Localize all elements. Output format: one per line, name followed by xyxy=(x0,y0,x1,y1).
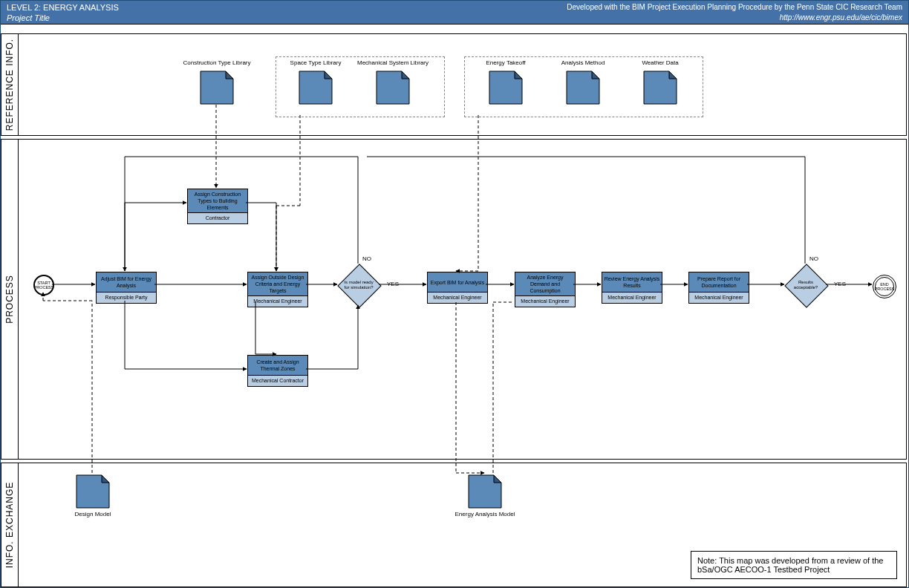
ref-doc-label-space: Space Type Library xyxy=(278,59,353,66)
task-thermal-zones: Create and Assign Thermal Zones Mechanic… xyxy=(247,355,308,387)
label-no-2: NO xyxy=(809,255,818,262)
url: http://www.engr.psu.edu/ae/cic/bimex xyxy=(567,13,902,23)
task-adjust-bim: Adjust BIM for Energy Analysis Responsib… xyxy=(96,272,157,304)
ref-doc-construction xyxy=(199,70,235,105)
note-box: Note: This map was developed from a revi… xyxy=(691,551,897,579)
ref-doc-label-takeoff: Energy Takeoff xyxy=(469,59,543,66)
header-bar: LEVEL 2: ENERGY ANALYSIS Project Title D… xyxy=(1,1,908,24)
lane-exchange-label: INFO. EXCHANGE xyxy=(1,463,19,587)
task-review: Review Energy Analysis Results Mechanica… xyxy=(602,272,662,304)
start-event: START PROCESS xyxy=(33,275,54,295)
ref-doc-method xyxy=(565,70,601,105)
lane-process: START PROCESS Adjust BIM for Energy Anal… xyxy=(18,139,907,460)
lane-reference-label: REFERENCE INFO. xyxy=(1,33,19,136)
ref-doc-mech xyxy=(375,70,411,105)
lane-process-label: PROCESS xyxy=(1,139,19,460)
lane-reference: Construction Type Library Space Type Lib… xyxy=(18,33,907,136)
exch-doc-label-eam: Energy Analysis Model xyxy=(448,511,522,517)
gateway-ready: Is model ready for simulation? xyxy=(338,264,379,306)
label-yes-1: YES xyxy=(387,281,399,287)
ref-doc-label-construction: Construction Type Library xyxy=(180,59,254,66)
gateway-acceptable: Results acceptable? xyxy=(785,264,827,306)
project-title: Project Title xyxy=(7,13,119,23)
end-event: END PROCESS xyxy=(873,275,896,298)
exch-doc-energy-model xyxy=(467,474,503,509)
exch-doc-design-model xyxy=(75,474,111,509)
label-no-1: NO xyxy=(362,255,371,262)
task-analyze: Analyze Energy Demand and Consumption Me… xyxy=(515,272,576,307)
ref-doc-takeoff xyxy=(488,70,524,105)
task-report: Prepare Report for Documentation Mechani… xyxy=(688,272,749,304)
task-assign-construction: Assign Construction Types to Building El… xyxy=(187,189,248,224)
task-assign-criteria: Assign Outside Design Criteria and Energ… xyxy=(247,272,308,307)
exch-doc-label-dm: Design Model xyxy=(56,511,130,517)
ref-doc-weather xyxy=(642,70,678,105)
ref-doc-label-mech: Mechanical System Library xyxy=(356,59,430,66)
ref-doc-space xyxy=(298,70,333,105)
level-title: LEVEL 2: ENERGY ANALYSIS xyxy=(7,2,119,13)
attribution: Developed with the BIM Project Execution… xyxy=(567,2,902,13)
label-yes-2: YES xyxy=(834,281,846,287)
ref-doc-label-method: Analysis Method xyxy=(546,59,620,66)
task-export-bim: Export BIM for Analysis Mechanical Engin… xyxy=(427,272,488,304)
lane-exchange: Design Model Energy Analysis Model Note:… xyxy=(18,463,907,587)
ref-doc-label-weather: Weather Data xyxy=(623,59,697,66)
